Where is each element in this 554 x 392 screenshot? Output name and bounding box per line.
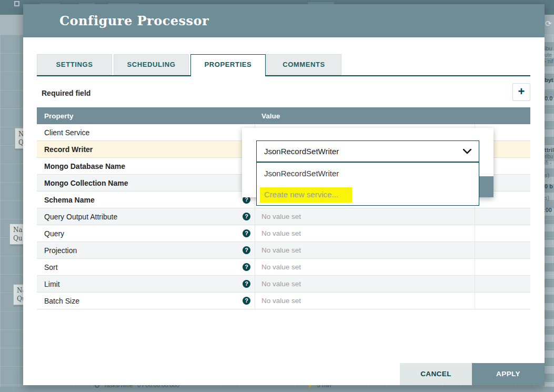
property-name: Sort [44, 263, 58, 272]
canvas-text-fragment: s) [545, 195, 549, 201]
canvas-text-fragment: 0.0 [545, 95, 552, 102]
tab-underline [37, 75, 530, 76]
apply-button[interactable]: APPLY [472, 363, 545, 385]
canvas-text-fragment: byt [545, 77, 553, 83]
property-name: Schema Name [44, 196, 95, 204]
property-name: Record Writer [44, 145, 93, 154]
table-row[interactable]: Query ? No value set [37, 225, 530, 242]
configure-processor-dialog: Configure Processor SETTINGS SCHEDULING … [23, 4, 545, 385]
help-icon[interactable]: ? [243, 229, 250, 237]
canvas-processor-fragment [545, 35, 554, 392]
property-value[interactable]: No value set [255, 293, 475, 309]
property-name: Mongo Database Name [44, 162, 125, 170]
property-name: Limit [44, 280, 60, 288]
tab-properties[interactable]: PROPERTIES [190, 54, 266, 76]
canvas-text-fragment: :00 [543, 207, 552, 213]
canvas-text-fragment: - nif [545, 58, 553, 64]
help-icon[interactable]: ? [243, 246, 250, 254]
property-value[interactable]: No value set [255, 208, 475, 225]
required-field-label: Required field [42, 89, 90, 97]
chevron-down-icon [463, 149, 471, 154]
combo-selected-value: JsonRecordSetWriter [264, 147, 463, 156]
table-row[interactable]: Sort ? No value set [37, 259, 530, 276]
property-name: Mongo Collection Name [44, 179, 128, 187]
tab-settings[interactable]: SETTINGS [37, 54, 112, 75]
table-row[interactable]: Limit ? No value set [37, 276, 530, 293]
property-value[interactable]: No value set [255, 276, 475, 292]
dialog-title: Configure Processor [59, 13, 209, 28]
refresh-icon: ⟳ [545, 19, 552, 28]
tab-comments[interactable]: COMMENTS [266, 54, 341, 75]
option-create-new-service[interactable]: Create new service... [257, 184, 479, 206]
property-name: Client Service [44, 128, 89, 137]
table-header: Property Value [37, 107, 530, 124]
canvas-text-fragment: ute [545, 52, 552, 58]
table-row[interactable]: Query Output Attribute ? No value set [37, 208, 530, 225]
canvas-text-fragment: ttril [545, 147, 554, 153]
cancel-button[interactable]: CANCEL [400, 363, 472, 385]
add-property-button[interactable]: + [512, 83, 530, 101]
property-name: Query Output Attribute [44, 213, 117, 221]
dialog-header: Configure Processor [23, 4, 545, 37]
help-icon[interactable]: ? [243, 263, 250, 271]
record-writer-combo[interactable]: JsonRecordSetWriter [256, 140, 479, 162]
table-row[interactable]: Projection ? No value set [37, 242, 530, 259]
combo-option-list: JsonRecordSetWriter Create new service..… [256, 162, 479, 206]
help-icon[interactable]: ? [243, 297, 250, 305]
highlight-annotation: Create new service... [260, 187, 352, 203]
property-name: Query [44, 229, 64, 238]
table-row[interactable]: Batch Size ? No value set [37, 293, 530, 309]
canvas-text-fragment: ifi - [545, 160, 551, 166]
dialog-tabs: SETTINGS SCHEDULING PROPERTIES COMMENTS [37, 54, 530, 76]
tab-scheduling[interactable]: SCHEDULING [114, 54, 189, 75]
canvas-text-fragment: ibu [545, 45, 552, 52]
canvas-bottom-band [0, 387, 554, 392]
column-header-property: Property [37, 112, 255, 120]
property-value[interactable]: No value set [255, 242, 475, 258]
property-value[interactable]: No value set [255, 225, 475, 242]
column-header-value: Value [255, 112, 475, 120]
option-json-record-set-writer[interactable]: JsonRecordSetWriter [257, 163, 479, 184]
canvas-text-fragment: 0 b [545, 183, 553, 189]
property-name: Projection [44, 246, 77, 255]
help-icon[interactable]: ? [243, 280, 250, 288]
canvas-text-fragment: s) [545, 172, 549, 178]
canvas-component-fragment [14, 1, 19, 6]
help-icon[interactable]: ? [243, 213, 250, 220]
property-value[interactable]: No value set [255, 259, 475, 275]
plus-icon: + [518, 85, 525, 98]
property-name: Batch Size [44, 297, 79, 305]
canvas-text-fragment: ribu [545, 154, 553, 159]
